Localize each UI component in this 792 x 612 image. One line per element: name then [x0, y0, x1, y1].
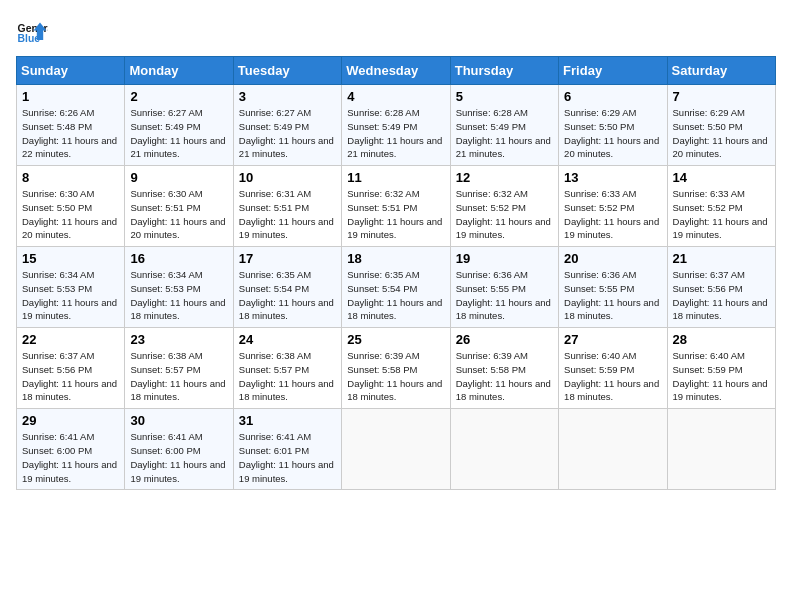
calendar-cell: 14 Sunrise: 6:33 AM Sunset: 5:52 PM Dayl… [667, 166, 775, 247]
calendar-cell: 21 Sunrise: 6:37 AM Sunset: 5:56 PM Dayl… [667, 247, 775, 328]
day-number: 29 [22, 413, 119, 428]
calendar-cell: 11 Sunrise: 6:32 AM Sunset: 5:51 PM Dayl… [342, 166, 450, 247]
day-number: 7 [673, 89, 770, 104]
day-number: 12 [456, 170, 553, 185]
day-number: 5 [456, 89, 553, 104]
calendar-cell: 5 Sunrise: 6:28 AM Sunset: 5:49 PM Dayli… [450, 85, 558, 166]
day-info: Sunrise: 6:39 AM Sunset: 5:58 PM Dayligh… [456, 349, 553, 404]
calendar-cell [667, 409, 775, 490]
calendar-cell: 30 Sunrise: 6:41 AM Sunset: 6:00 PM Dayl… [125, 409, 233, 490]
calendar-cell: 19 Sunrise: 6:36 AM Sunset: 5:55 PM Dayl… [450, 247, 558, 328]
calendar-cell: 24 Sunrise: 6:38 AM Sunset: 5:57 PM Dayl… [233, 328, 341, 409]
calendar-cell [450, 409, 558, 490]
day-info: Sunrise: 6:37 AM Sunset: 5:56 PM Dayligh… [22, 349, 119, 404]
day-number: 15 [22, 251, 119, 266]
day-info: Sunrise: 6:41 AM Sunset: 6:00 PM Dayligh… [130, 430, 227, 485]
calendar-week-3: 15 Sunrise: 6:34 AM Sunset: 5:53 PM Dayl… [17, 247, 776, 328]
weekday-friday: Friday [559, 57, 667, 85]
calendar-cell [342, 409, 450, 490]
calendar-cell: 22 Sunrise: 6:37 AM Sunset: 5:56 PM Dayl… [17, 328, 125, 409]
day-number: 20 [564, 251, 661, 266]
calendar-cell: 17 Sunrise: 6:35 AM Sunset: 5:54 PM Dayl… [233, 247, 341, 328]
logo: General Blue [16, 16, 48, 48]
day-number: 19 [456, 251, 553, 266]
calendar-cell: 2 Sunrise: 6:27 AM Sunset: 5:49 PM Dayli… [125, 85, 233, 166]
day-info: Sunrise: 6:39 AM Sunset: 5:58 PM Dayligh… [347, 349, 444, 404]
calendar-cell: 13 Sunrise: 6:33 AM Sunset: 5:52 PM Dayl… [559, 166, 667, 247]
calendar-cell: 4 Sunrise: 6:28 AM Sunset: 5:49 PM Dayli… [342, 85, 450, 166]
day-number: 26 [456, 332, 553, 347]
page-header: General Blue [16, 16, 776, 48]
day-number: 1 [22, 89, 119, 104]
day-info: Sunrise: 6:30 AM Sunset: 5:51 PM Dayligh… [130, 187, 227, 242]
calendar-cell: 27 Sunrise: 6:40 AM Sunset: 5:59 PM Dayl… [559, 328, 667, 409]
day-info: Sunrise: 6:32 AM Sunset: 5:51 PM Dayligh… [347, 187, 444, 242]
day-number: 21 [673, 251, 770, 266]
calendar-cell: 29 Sunrise: 6:41 AM Sunset: 6:00 PM Dayl… [17, 409, 125, 490]
calendar-week-2: 8 Sunrise: 6:30 AM Sunset: 5:50 PM Dayli… [17, 166, 776, 247]
calendar-cell: 23 Sunrise: 6:38 AM Sunset: 5:57 PM Dayl… [125, 328, 233, 409]
calendar-cell: 12 Sunrise: 6:32 AM Sunset: 5:52 PM Dayl… [450, 166, 558, 247]
calendar-cell: 26 Sunrise: 6:39 AM Sunset: 5:58 PM Dayl… [450, 328, 558, 409]
calendar-cell: 9 Sunrise: 6:30 AM Sunset: 5:51 PM Dayli… [125, 166, 233, 247]
day-number: 28 [673, 332, 770, 347]
day-number: 17 [239, 251, 336, 266]
day-number: 13 [564, 170, 661, 185]
calendar-week-1: 1 Sunrise: 6:26 AM Sunset: 5:48 PM Dayli… [17, 85, 776, 166]
calendar-cell: 10 Sunrise: 6:31 AM Sunset: 5:51 PM Dayl… [233, 166, 341, 247]
calendar-cell: 18 Sunrise: 6:35 AM Sunset: 5:54 PM Dayl… [342, 247, 450, 328]
weekday-saturday: Saturday [667, 57, 775, 85]
day-number: 16 [130, 251, 227, 266]
weekday-sunday: Sunday [17, 57, 125, 85]
day-number: 3 [239, 89, 336, 104]
day-info: Sunrise: 6:32 AM Sunset: 5:52 PM Dayligh… [456, 187, 553, 242]
calendar-table: SundayMondayTuesdayWednesdayThursdayFrid… [16, 56, 776, 490]
calendar-cell: 16 Sunrise: 6:34 AM Sunset: 5:53 PM Dayl… [125, 247, 233, 328]
calendar-cell: 15 Sunrise: 6:34 AM Sunset: 5:53 PM Dayl… [17, 247, 125, 328]
day-info: Sunrise: 6:41 AM Sunset: 6:01 PM Dayligh… [239, 430, 336, 485]
day-number: 22 [22, 332, 119, 347]
day-number: 8 [22, 170, 119, 185]
day-number: 23 [130, 332, 227, 347]
day-info: Sunrise: 6:33 AM Sunset: 5:52 PM Dayligh… [673, 187, 770, 242]
day-info: Sunrise: 6:28 AM Sunset: 5:49 PM Dayligh… [347, 106, 444, 161]
day-number: 4 [347, 89, 444, 104]
day-info: Sunrise: 6:29 AM Sunset: 5:50 PM Dayligh… [673, 106, 770, 161]
day-info: Sunrise: 6:27 AM Sunset: 5:49 PM Dayligh… [130, 106, 227, 161]
calendar-body: 1 Sunrise: 6:26 AM Sunset: 5:48 PM Dayli… [17, 85, 776, 490]
calendar-cell [559, 409, 667, 490]
day-info: Sunrise: 6:28 AM Sunset: 5:49 PM Dayligh… [456, 106, 553, 161]
weekday-tuesday: Tuesday [233, 57, 341, 85]
day-number: 11 [347, 170, 444, 185]
day-info: Sunrise: 6:27 AM Sunset: 5:49 PM Dayligh… [239, 106, 336, 161]
weekday-thursday: Thursday [450, 57, 558, 85]
day-info: Sunrise: 6:35 AM Sunset: 5:54 PM Dayligh… [239, 268, 336, 323]
day-info: Sunrise: 6:36 AM Sunset: 5:55 PM Dayligh… [564, 268, 661, 323]
day-info: Sunrise: 6:40 AM Sunset: 5:59 PM Dayligh… [564, 349, 661, 404]
calendar-cell: 3 Sunrise: 6:27 AM Sunset: 5:49 PM Dayli… [233, 85, 341, 166]
day-number: 2 [130, 89, 227, 104]
day-info: Sunrise: 6:31 AM Sunset: 5:51 PM Dayligh… [239, 187, 336, 242]
day-info: Sunrise: 6:36 AM Sunset: 5:55 PM Dayligh… [456, 268, 553, 323]
calendar-cell: 6 Sunrise: 6:29 AM Sunset: 5:50 PM Dayli… [559, 85, 667, 166]
day-info: Sunrise: 6:29 AM Sunset: 5:50 PM Dayligh… [564, 106, 661, 161]
calendar-week-5: 29 Sunrise: 6:41 AM Sunset: 6:00 PM Dayl… [17, 409, 776, 490]
calendar-cell: 7 Sunrise: 6:29 AM Sunset: 5:50 PM Dayli… [667, 85, 775, 166]
day-number: 14 [673, 170, 770, 185]
day-number: 25 [347, 332, 444, 347]
day-info: Sunrise: 6:34 AM Sunset: 5:53 PM Dayligh… [130, 268, 227, 323]
day-info: Sunrise: 6:38 AM Sunset: 5:57 PM Dayligh… [130, 349, 227, 404]
weekday-wednesday: Wednesday [342, 57, 450, 85]
day-info: Sunrise: 6:40 AM Sunset: 5:59 PM Dayligh… [673, 349, 770, 404]
day-info: Sunrise: 6:35 AM Sunset: 5:54 PM Dayligh… [347, 268, 444, 323]
day-info: Sunrise: 6:37 AM Sunset: 5:56 PM Dayligh… [673, 268, 770, 323]
day-number: 31 [239, 413, 336, 428]
calendar-cell: 1 Sunrise: 6:26 AM Sunset: 5:48 PM Dayli… [17, 85, 125, 166]
calendar-week-4: 22 Sunrise: 6:37 AM Sunset: 5:56 PM Dayl… [17, 328, 776, 409]
weekday-monday: Monday [125, 57, 233, 85]
logo-icon: General Blue [16, 16, 48, 48]
day-number: 30 [130, 413, 227, 428]
day-info: Sunrise: 6:30 AM Sunset: 5:50 PM Dayligh… [22, 187, 119, 242]
calendar-cell: 8 Sunrise: 6:30 AM Sunset: 5:50 PM Dayli… [17, 166, 125, 247]
day-info: Sunrise: 6:33 AM Sunset: 5:52 PM Dayligh… [564, 187, 661, 242]
